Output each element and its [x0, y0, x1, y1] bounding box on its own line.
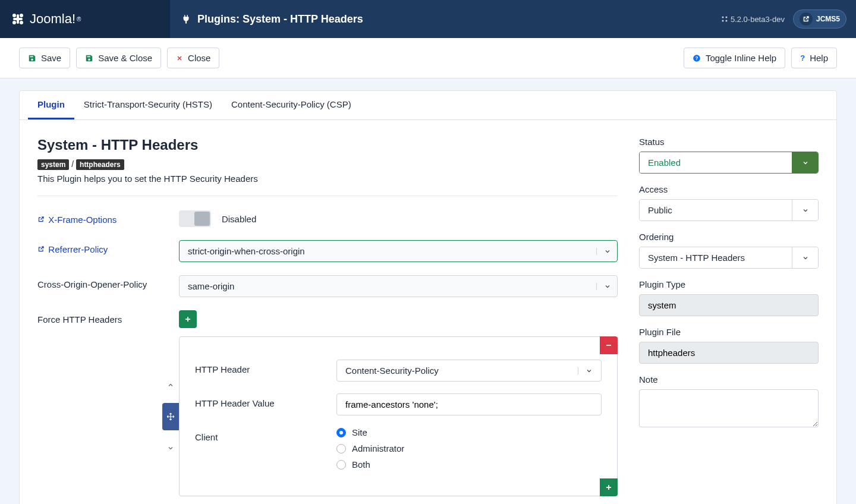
sidebar: Status Enabled Access Public [639, 137, 819, 496]
close-icon [176, 55, 183, 62]
access-label: Access [639, 184, 819, 194]
chevron-down-icon [792, 200, 818, 220]
site-badge[interactable]: JCMS5 [793, 10, 846, 29]
help-button[interactable]: ? Help [791, 48, 837, 68]
brand-name: Joomla! [30, 11, 75, 27]
remove-row-button[interactable] [600, 336, 618, 354]
http-header-select[interactable]: Content-Security-Policy [336, 360, 602, 382]
plugin-tags: system / httpheaders [37, 159, 618, 169]
radio-icon [336, 428, 346, 437]
joomla-icon [11, 12, 25, 26]
ordering-label: Ordering [639, 232, 819, 242]
app-header: Joomla!® Plugins: System - HTTP Headers … [0, 0, 856, 38]
external-link-icon [37, 246, 46, 254]
note-label: Note [639, 374, 819, 385]
svg-point-3 [20, 21, 23, 24]
tabs: Plugin Strict-Transport-Security (HSTS) … [20, 91, 836, 120]
http-header-value-label: HTTP Header Value [195, 393, 336, 415]
status-select[interactable]: Enabled [639, 152, 819, 174]
plugin-description: This Plugin helps you to set the HTTP Se… [37, 174, 618, 184]
external-link-icon [800, 12, 813, 26]
add-row-below-button[interactable] [600, 478, 618, 496]
svg-point-7 [725, 17, 727, 18]
svg-point-6 [722, 17, 723, 18]
plugin-file-label: Plugin File [639, 327, 819, 337]
toolbar: Save Save & Close Close ? Toggle Inline … [0, 38, 856, 78]
coop-label: Cross-Origin-Opener-Policy [37, 275, 179, 297]
page-title: Plugins: System - HTTP Headers [197, 13, 363, 26]
svg-rect-5 [13, 18, 23, 20]
plugin-type-field [639, 294, 819, 316]
version-badge[interactable]: 5.2.0-beta3-dev [721, 15, 785, 24]
save-icon [28, 54, 36, 62]
client-label: Client [195, 427, 336, 470]
status-label: Status [639, 137, 819, 147]
client-radio-admin[interactable]: Administrator [336, 443, 602, 453]
note-textarea[interactable] [639, 389, 819, 427]
chevron-down-icon [596, 283, 611, 290]
access-select[interactable]: Public [639, 199, 819, 221]
element-tag: httpheaders [76, 159, 124, 170]
chevron-down-icon [578, 367, 593, 374]
radio-icon [336, 460, 346, 470]
form-card: Plugin Strict-Transport-Security (HSTS) … [19, 90, 837, 504]
xframe-state: Disabled [222, 214, 256, 224]
save-button[interactable]: Save [19, 48, 70, 68]
plug-icon [181, 14, 191, 24]
add-row-button[interactable] [179, 310, 197, 328]
chevron-down-icon [792, 247, 818, 268]
xframe-toggle[interactable] [179, 210, 211, 227]
svg-point-9 [725, 20, 727, 22]
referrer-label-link[interactable]: Referrer-Policy [37, 244, 108, 254]
tab-csp[interactable]: Content-Security-Policy (CSP) [222, 91, 361, 119]
move-down-button[interactable] [167, 445, 174, 452]
brand-logo[interactable]: Joomla!® [0, 0, 170, 38]
plugin-type-label: Plugin Type [639, 279, 819, 289]
radio-icon [336, 444, 346, 453]
external-link-icon [37, 216, 46, 225]
divider [37, 196, 618, 196]
page-title-area: Plugins: System - HTTP Headers [170, 13, 712, 26]
client-radio-both[interactable]: Both [336, 459, 602, 470]
tab-hsts[interactable]: Strict-Transport-Security (HSTS) [74, 91, 222, 119]
joomla-small-icon [721, 15, 728, 23]
toggle-inline-help-button[interactable]: ? Toggle Inline Help [684, 48, 785, 68]
svg-point-0 [12, 14, 16, 17]
svg-point-2 [12, 21, 16, 24]
svg-point-8 [722, 20, 723, 22]
http-header-label: HTTP Header [195, 360, 336, 382]
coop-select[interactable]: same-origin [179, 275, 618, 297]
close-button[interactable]: Close [167, 48, 219, 68]
help-icon: ? [800, 53, 805, 62]
client-radio-site[interactable]: Site [336, 427, 602, 437]
plugin-title: System - HTTP Headers [37, 137, 618, 153]
row-handle [162, 336, 179, 496]
xframe-label-link[interactable]: X-Frame-Options [37, 215, 117, 225]
save-close-button[interactable]: Save & Close [76, 48, 161, 68]
svg-point-1 [20, 14, 23, 17]
info-icon: ? [693, 54, 701, 62]
tab-plugin[interactable]: Plugin [28, 91, 74, 119]
subform-row: HTTP Header Content-Security-Policy [179, 336, 618, 496]
plugin-file-field [639, 342, 819, 364]
move-up-button[interactable] [167, 382, 174, 389]
force-headers-label: Force HTTP Headers [37, 310, 179, 496]
drag-handle[interactable] [162, 403, 179, 430]
ordering-select[interactable]: System - HTTP Headers [639, 247, 819, 269]
chevron-down-icon [792, 152, 818, 173]
header-right: 5.2.0-beta3-dev JCMS5 [712, 10, 856, 29]
referrer-select[interactable]: strict-origin-when-cross-origin [179, 240, 618, 262]
save-icon [85, 54, 93, 62]
http-header-value-input[interactable] [336, 393, 602, 415]
svg-text:?: ? [695, 55, 698, 61]
folder-tag: system [37, 159, 69, 170]
chevron-down-icon [596, 248, 611, 255]
